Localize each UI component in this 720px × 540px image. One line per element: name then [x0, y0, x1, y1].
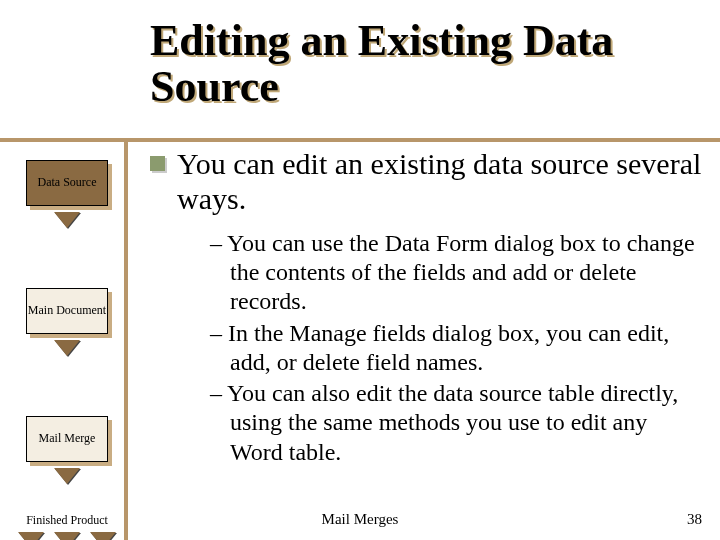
- sidebar-box: Data Source: [26, 160, 108, 206]
- down-arrow-icon: [54, 468, 80, 484]
- bullet-text: You can edit an existing data source sev…: [177, 146, 702, 217]
- horizontal-rule: [0, 138, 720, 142]
- sidebar-item-data-source: Data Source: [18, 160, 116, 228]
- vertical-rule: [124, 138, 128, 540]
- sidebar-item-main-document: Main Document: [18, 288, 116, 356]
- sidebar-item-label: Main Document: [28, 304, 106, 318]
- sub-item: – You can also edit the data source tabl…: [210, 379, 702, 467]
- down-arrow-icon: [54, 532, 80, 540]
- square-bullet-icon: [150, 156, 165, 171]
- down-arrow-icon: [90, 532, 116, 540]
- down-arrow-icon: [54, 340, 80, 356]
- down-arrow-icon: [54, 212, 80, 228]
- sidebar-item-label: Data Source: [38, 176, 97, 190]
- sidebar-box: Main Document: [26, 288, 108, 334]
- footer-center: Mail Merges: [0, 511, 720, 528]
- content-area: You can edit an existing data source sev…: [150, 146, 702, 469]
- sidebar-item-label: Mail Merge: [39, 432, 96, 446]
- arrow-row: [18, 532, 116, 540]
- page-title: Editing an Existing Data Source: [150, 18, 690, 110]
- sub-item: – You can use the Data Form dialog box t…: [210, 229, 702, 317]
- sidebar-box: Mail Merge: [26, 416, 108, 462]
- page-number: 38: [687, 511, 702, 528]
- down-arrow-icon: [18, 532, 44, 540]
- sub-item: – In the Manage fields dialog box, you c…: [210, 319, 702, 378]
- sub-list: – You can use the Data Form dialog box t…: [150, 229, 702, 467]
- sidebar: Data Source Main Document Mail Merge Fin…: [18, 160, 116, 540]
- sidebar-item-mail-merge: Mail Merge: [18, 416, 116, 484]
- bullet-item: You can edit an existing data source sev…: [150, 146, 702, 217]
- slide: Editing an Existing Data Source Data Sou…: [0, 0, 720, 540]
